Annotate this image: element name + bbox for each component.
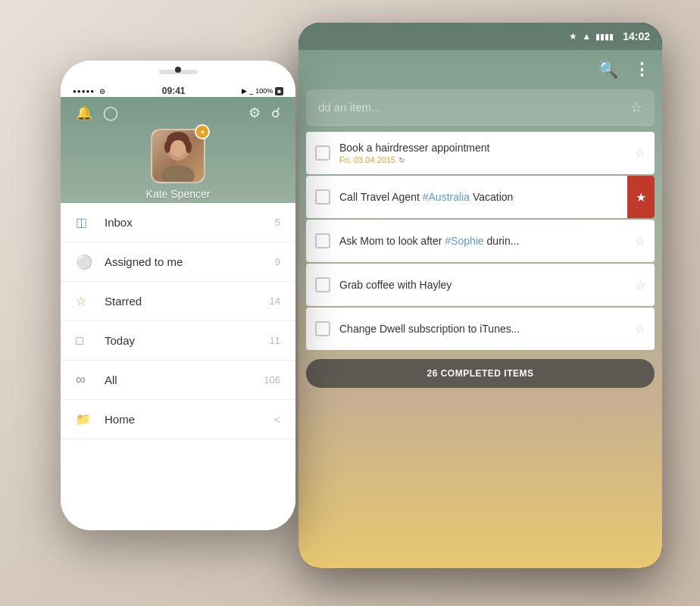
todo-title: Call Travel Agent #Australia Vacation — [339, 191, 618, 203]
todo-checkbox[interactable] — [315, 321, 330, 336]
table-row[interactable]: Book a hairdresser appointment Fri, 03.0… — [306, 132, 655, 174]
todo-list: Book a hairdresser appointment Fri, 03.0… — [306, 132, 655, 350]
add-star-icon[interactable]: ☆ — [630, 99, 642, 116]
bluetooth-icon: ⎯ — [249, 87, 253, 95]
add-item-input[interactable] — [318, 101, 630, 114]
phone-profile: ★ Kate Spencer — [61, 129, 295, 200]
phone-camera — [175, 67, 181, 73]
phone-navigation: ◫ Inbox 5 ⚪ Assigned to me 9 ☆ Starred 1… — [61, 203, 295, 530]
svg-point-5 — [170, 140, 186, 157]
wifi-icon: ▲ — [582, 31, 591, 42]
nav-label-home: Home — [105, 413, 274, 426]
star-icon[interactable]: ☆ — [635, 234, 645, 248]
star-icon[interactable]: ☆ — [635, 322, 645, 336]
inbox-icon: ◫ — [76, 215, 97, 230]
signal-dots: ●●●●● — [73, 88, 95, 95]
wifi-icon: ⊜ — [99, 87, 105, 95]
nav-label-inbox: Inbox — [105, 216, 275, 229]
gps-icon: ▶ — [242, 87, 247, 95]
bluetooth-icon: ★ — [569, 31, 577, 42]
calendar-icon: □ — [76, 334, 97, 348]
tablet-toolbar: 🔍 ⋮ — [298, 50, 662, 89]
svg-point-3 — [164, 141, 170, 153]
todo-checkbox[interactable] — [315, 233, 330, 248]
chat-icon[interactable]: ◯ — [103, 105, 118, 121]
sidebar-item-starred[interactable]: ☆ Starred 14 — [61, 282, 295, 321]
table-row[interactable]: Ask Mom to look after #Sophie durin... ☆ — [306, 220, 655, 262]
tablet: ★ ▲ ▮▮▮▮ 14:02 🔍 ⋮ ☆ — [298, 23, 662, 568]
star-icon: ☆ — [76, 294, 97, 308]
sidebar-item-home[interactable]: 📁 Home < — [61, 400, 295, 439]
assigned-count: 9 — [275, 256, 280, 267]
phone-header: 🔔 ◯ ⚙ ☌ — [61, 97, 295, 203]
todo-title: Grab coffee with Hayley — [339, 279, 629, 291]
completed-items-banner[interactable]: 26 COMPLETED ITEMS — [306, 359, 655, 388]
tablet-status-bar: ★ ▲ ▮▮▮▮ 14:02 — [298, 23, 662, 50]
folder-icon: 📁 — [76, 412, 97, 426]
sidebar-item-inbox[interactable]: ◫ Inbox 5 — [61, 203, 295, 242]
todo-title: Ask Mom to look after #Sophie durin... — [339, 235, 629, 247]
today-count: 11 — [270, 335, 280, 346]
completed-items-label: 26 COMPLETED ITEMS — [427, 368, 533, 379]
todo-content: Change Dwell subscription to iTunes... — [339, 323, 629, 335]
svg-point-4 — [186, 141, 192, 153]
battery-pct: 100% — [255, 87, 273, 95]
table-row[interactable]: Change Dwell subscription to iTunes... ☆ — [306, 308, 655, 350]
nav-label-starred: Starred — [105, 295, 270, 308]
todo-checkbox[interactable] — [315, 277, 330, 292]
search-icon[interactable]: ☌ — [271, 105, 280, 121]
todo-content: Call Travel Agent #Australia Vacation — [339, 191, 618, 203]
infinity-icon: ∞ — [76, 372, 97, 388]
inbox-count: 5 — [275, 217, 280, 228]
tablet-content: ☆ Book a hairdresser appointment Fri, 03… — [298, 89, 662, 568]
phone-signal: ●●●●● ⊜ — [73, 87, 105, 95]
hashtag-australia: #Australia — [423, 191, 470, 203]
more-menu-icon[interactable]: ⋮ — [633, 60, 650, 80]
sidebar-item-today[interactable]: □ Today 11 — [61, 321, 295, 361]
nav-label-all: All — [105, 373, 264, 386]
star-icon[interactable]: ☆ — [635, 146, 645, 161]
battery-icon: ▮▮▮▮ — [595, 32, 614, 42]
todo-title: Change Dwell subscription to iTunes... — [339, 323, 629, 335]
nav-label-today: Today — [105, 334, 270, 347]
table-row[interactable]: Call Travel Agent #Australia Vacation ★ — [306, 176, 655, 218]
pro-badge: ★ — [195, 124, 210, 139]
todo-content: Ask Mom to look after #Sophie durin... — [339, 235, 629, 247]
gear-icon[interactable]: ⚙ — [248, 105, 261, 121]
sidebar-item-all[interactable]: ∞ All 106 — [61, 361, 295, 400]
all-count: 106 — [264, 374, 280, 386]
sidebar-item-assigned[interactable]: ⚪ Assigned to me 9 — [61, 242, 295, 282]
nav-label-assigned: Assigned to me — [105, 255, 275, 268]
phone-avatar-wrap: ★ — [151, 129, 205, 183]
tablet-status-icons: ★ ▲ ▮▮▮▮ — [569, 31, 614, 42]
flag-badge[interactable]: ★ — [627, 176, 655, 218]
tablet-add-bar: ☆ — [306, 89, 655, 126]
profile-name: Kate Spencer — [146, 188, 211, 200]
bell-icon[interactable]: 🔔 — [76, 105, 92, 121]
search-icon[interactable]: 🔍 — [598, 60, 618, 80]
todo-checkbox[interactable] — [315, 189, 330, 205]
chevron-right-icon: < — [274, 414, 280, 426]
phone-time: 09:41 — [162, 86, 186, 96]
todo-checkbox[interactable] — [315, 145, 330, 161]
phone-status-bar: ●●●●● ⊜ 09:41 ▶ ⎯ 100% ■ — [61, 82, 295, 100]
todo-date: Fri, 03.04.2015 ↻ — [339, 155, 629, 164]
hashtag-sophie: #Sophie — [445, 235, 483, 247]
phone-header-icons: 🔔 ◯ ⚙ ☌ — [61, 97, 295, 129]
repeat-icon: ↻ — [398, 156, 405, 164]
phone: ●●●●● ⊜ 09:41 ▶ ⎯ 100% ■ 🔔 ◯ ⚙ ☌ — [61, 61, 295, 530]
tablet-time: 14:02 — [623, 30, 650, 42]
person-icon: ⚪ — [76, 254, 97, 270]
date-text: Fri, 03.04.2015 — [339, 155, 395, 164]
battery-icon: ■ — [275, 87, 283, 95]
table-row[interactable]: Grab coffee with Hayley ☆ — [306, 264, 655, 306]
todo-content: Grab coffee with Hayley — [339, 279, 629, 291]
phone-left-icons: 🔔 ◯ — [76, 105, 118, 121]
todo-title: Book a hairdresser appointment — [339, 142, 629, 154]
svg-point-6 — [161, 165, 195, 182]
phone-status-right: ▶ ⎯ 100% ■ — [242, 87, 283, 95]
phone-right-icons: ⚙ ☌ — [248, 105, 280, 121]
star-icon[interactable]: ☆ — [635, 278, 645, 292]
todo-content: Book a hairdresser appointment Fri, 03.0… — [339, 142, 629, 164]
starred-count: 14 — [270, 295, 280, 307]
